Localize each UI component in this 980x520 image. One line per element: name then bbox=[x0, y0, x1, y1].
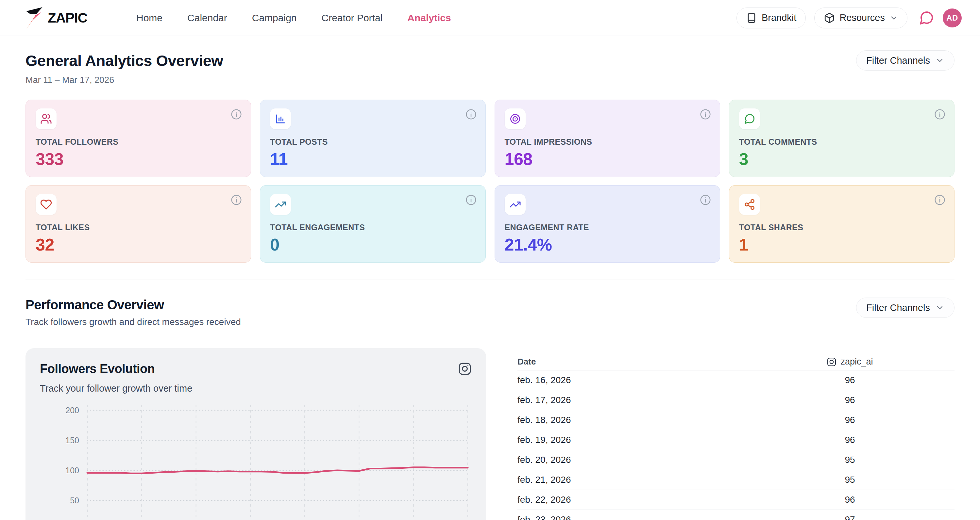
stat-value: 168 bbox=[505, 149, 710, 169]
book-icon bbox=[746, 13, 757, 24]
row-date: feb. 19, 2026 bbox=[517, 435, 745, 445]
table-row: feb. 18, 2026 96 bbox=[517, 410, 955, 430]
analytics-page: General Analytics Overview Filter Channe… bbox=[0, 50, 980, 520]
page-title: General Analytics Overview bbox=[25, 52, 223, 70]
info-icon[interactable] bbox=[700, 194, 711, 206]
followers-line-chart: 20015010050 bbox=[40, 402, 472, 520]
stat-card-engagement-rate: ENGAGEMENT RATE 21.4% bbox=[495, 185, 720, 263]
stat-value: 21.4% bbox=[505, 235, 710, 254]
stat-card-total-posts: TOTAL POSTS 11 bbox=[260, 100, 485, 177]
nav-item-analytics[interactable]: Analytics bbox=[407, 13, 451, 24]
stat-icon-chip bbox=[505, 194, 526, 215]
stat-value: 32 bbox=[36, 235, 241, 254]
nav-item-campaign[interactable]: Campaign bbox=[252, 13, 297, 24]
table-header-row: Date zapic_ai bbox=[517, 354, 955, 370]
stat-label: TOTAL POSTS bbox=[270, 137, 475, 147]
info-icon[interactable] bbox=[934, 108, 946, 120]
stats-grid: TOTAL FOLLOWERS 333 TOTAL POSTS 11 TOTAL… bbox=[25, 100, 955, 263]
stat-icon-chip bbox=[739, 108, 760, 129]
followers-panel-title: Followers Evolution bbox=[40, 362, 192, 376]
svg-text:50: 50 bbox=[70, 496, 79, 505]
stat-card-total-impressions: TOTAL IMPRESSIONS 168 bbox=[495, 100, 720, 177]
share-icon bbox=[744, 198, 756, 210]
zapic-bolt-icon bbox=[25, 3, 43, 33]
row-value: 96 bbox=[745, 495, 955, 505]
disc-eye-icon bbox=[509, 113, 521, 125]
stat-card-total-shares: TOTAL SHARES 1 bbox=[729, 185, 955, 263]
top-nav: ZAPIC Home Calendar Campaign Creator Por… bbox=[0, 0, 980, 36]
row-date: feb. 23, 2026 bbox=[517, 514, 745, 520]
nav-item-home[interactable]: Home bbox=[136, 13, 162, 24]
table-row: feb. 23, 2026 97 bbox=[517, 510, 955, 520]
info-icon[interactable] bbox=[700, 108, 711, 120]
nav-item-calendar[interactable]: Calendar bbox=[187, 13, 227, 24]
chevron-down-icon bbox=[889, 14, 898, 22]
stat-icon-chip bbox=[36, 194, 57, 215]
stat-icon-chip bbox=[36, 108, 57, 129]
instagram-icon bbox=[827, 357, 837, 367]
chevron-down-icon bbox=[935, 303, 944, 312]
info-icon[interactable] bbox=[934, 194, 946, 206]
table-row: feb. 16, 2026 96 bbox=[517, 370, 955, 390]
info-icon[interactable] bbox=[465, 194, 477, 206]
zapic-logo[interactable]: ZAPIC bbox=[25, 3, 87, 33]
row-date: feb. 22, 2026 bbox=[517, 495, 745, 505]
stat-label: TOTAL ENGAGEMENTS bbox=[270, 223, 475, 232]
table-row: feb. 22, 2026 96 bbox=[517, 490, 955, 510]
account-name: zapic_ai bbox=[840, 357, 873, 367]
row-value: 96 bbox=[745, 395, 955, 405]
performance-subtitle: Track followers growth and direct messag… bbox=[25, 317, 241, 327]
stat-card-total-likes: TOTAL LIKES 32 bbox=[25, 185, 251, 263]
filter-channels-button-2[interactable]: Filter Channels bbox=[856, 298, 955, 318]
svg-text:150: 150 bbox=[65, 436, 79, 445]
followers-panel-subtitle: Track your follower growth over time bbox=[40, 383, 192, 394]
account-column-header: zapic_ai bbox=[745, 357, 955, 367]
trending-up-icon bbox=[509, 198, 521, 210]
row-date: feb. 20, 2026 bbox=[517, 455, 745, 465]
table-row: feb. 21, 2026 95 bbox=[517, 470, 955, 490]
nav-item-creator-portal[interactable]: Creator Portal bbox=[321, 13, 383, 24]
svg-text:200: 200 bbox=[65, 406, 79, 415]
row-value: 96 bbox=[745, 375, 955, 385]
resources-label: Resources bbox=[840, 13, 885, 23]
info-icon[interactable] bbox=[465, 108, 477, 120]
resources-button[interactable]: Resources bbox=[814, 8, 907, 29]
nav-right: Brandkit Resources AD bbox=[737, 8, 962, 29]
row-date: feb. 18, 2026 bbox=[517, 415, 745, 425]
row-value: 95 bbox=[745, 455, 955, 465]
stat-icon-chip bbox=[739, 194, 760, 215]
stat-value: 1 bbox=[739, 235, 944, 254]
stat-label: ENGAGEMENT RATE bbox=[505, 223, 710, 232]
filter-channels-button[interactable]: Filter Channels bbox=[856, 50, 955, 71]
filter-channels-label: Filter Channels bbox=[866, 303, 930, 313]
followers-table: Date zapic_ai feb. 16, 2026 96 feb. 17, … bbox=[517, 348, 955, 520]
stat-value: 333 bbox=[36, 149, 241, 169]
stat-value: 11 bbox=[270, 149, 475, 169]
instagram-icon bbox=[458, 362, 472, 376]
heart-icon bbox=[40, 198, 52, 210]
users-icon bbox=[40, 113, 52, 125]
stat-icon-chip bbox=[505, 108, 526, 129]
stat-card-total-followers: TOTAL FOLLOWERS 333 bbox=[25, 100, 251, 177]
comment-icon bbox=[744, 113, 756, 125]
row-date: feb. 16, 2026 bbox=[517, 375, 745, 385]
brandkit-label: Brandkit bbox=[762, 13, 796, 23]
performance-title: Performance Overview bbox=[25, 298, 241, 312]
info-icon[interactable] bbox=[231, 194, 242, 206]
stat-value: 0 bbox=[270, 235, 475, 254]
info-icon[interactable] bbox=[231, 108, 242, 120]
user-avatar[interactable]: AD bbox=[943, 8, 962, 27]
stat-card-total-engagements: TOTAL ENGAGEMENTS 0 bbox=[260, 185, 485, 263]
trending-up-icon bbox=[275, 198, 286, 210]
chat-bubble-icon[interactable] bbox=[918, 10, 934, 26]
stat-label: TOTAL SHARES bbox=[739, 223, 944, 232]
brandkit-button[interactable]: Brandkit bbox=[737, 8, 806, 29]
filter-channels-label: Filter Channels bbox=[866, 55, 930, 66]
stat-value: 3 bbox=[739, 149, 944, 169]
stat-label: TOTAL IMPRESSIONS bbox=[505, 137, 710, 147]
stat-label: TOTAL FOLLOWERS bbox=[36, 137, 241, 147]
table-row: feb. 19, 2026 96 bbox=[517, 430, 955, 450]
row-value: 96 bbox=[745, 415, 955, 425]
followers-evolution-panel: Followers Evolution Track your follower … bbox=[25, 348, 486, 520]
stat-card-total-comments: TOTAL COMMENTS 3 bbox=[729, 100, 955, 177]
